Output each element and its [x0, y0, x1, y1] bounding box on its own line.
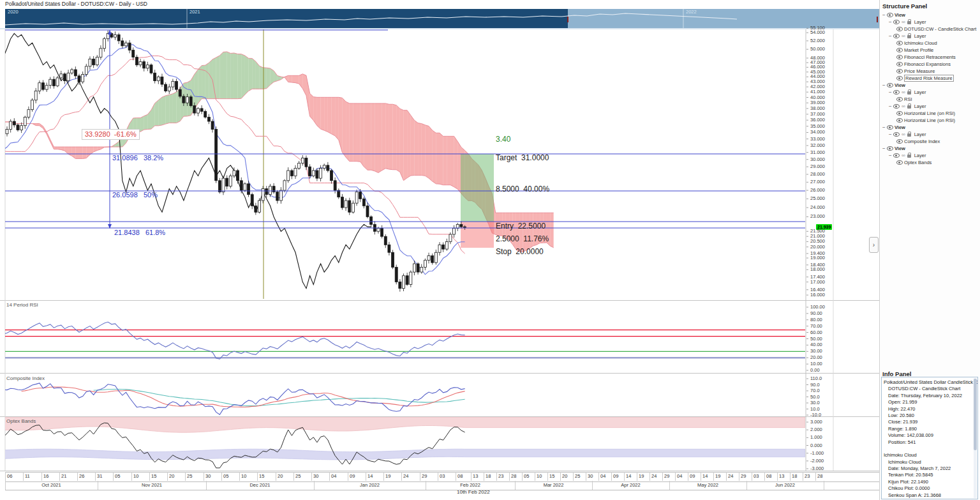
row-label: RSI — [904, 96, 912, 102]
structure-row-layer[interactable]: −∞Layer — [880, 19, 980, 26]
row-label: Ichimoku Cloud — [904, 40, 937, 46]
chart-canvas[interactable] — [0, 0, 879, 500]
visibility-eye-icon[interactable] — [896, 76, 903, 80]
visibility-eye-icon[interactable] — [896, 160, 903, 165]
structure-row-fibonacci-expansions[interactable]: Fibonacci Expansions — [880, 61, 980, 68]
visibility-eye-icon[interactable] — [896, 62, 903, 66]
row-label: Price Measure — [904, 68, 935, 74]
row-label: Layer — [914, 19, 926, 25]
structure-row-horizontal-line-on-rsi-[interactable]: Horizontal Line (on RSI) — [880, 110, 980, 117]
collapse-icon[interactable]: − — [889, 132, 893, 137]
visibility-eye-icon[interactable] — [896, 41, 903, 45]
visibility-eye-icon[interactable] — [893, 132, 900, 137]
collapse-icon[interactable]: − — [882, 82, 887, 88]
visibility-eye-icon[interactable] — [893, 34, 900, 38]
visibility-eye-icon[interactable] — [893, 104, 900, 109]
info-line — [882, 446, 977, 452]
visibility-eye-icon[interactable] — [896, 48, 903, 52]
structure-row-view[interactable]: −View — [880, 82, 980, 89]
visibility-eye-icon[interactable] — [887, 125, 893, 130]
structure-row-rsi[interactable]: RSI — [880, 96, 980, 103]
collapse-icon[interactable]: − — [882, 125, 887, 130]
visibility-eye-icon[interactable] — [896, 27, 903, 31]
row-label: Fibonacci Expansions — [904, 61, 951, 67]
lock-icon[interactable] — [907, 105, 911, 109]
info-line: Position: 541 — [882, 439, 977, 446]
info-panel-box: Polkadot/United States Dollar CandleStic… — [881, 377, 978, 499]
info-scrollbar-thumb[interactable] — [974, 379, 977, 450]
info-line: Date: Monday, March 7, 2022 — [882, 466, 977, 472]
structure-row-layer[interactable]: −∞Layer — [880, 33, 980, 40]
lock-icon[interactable] — [907, 91, 911, 95]
visibility-eye-icon[interactable] — [896, 69, 903, 73]
lock-icon[interactable] — [907, 133, 911, 137]
info-line: Date: Thursday, February 10, 2022 — [882, 393, 977, 399]
visibility-eye-icon[interactable] — [887, 13, 893, 17]
collapse-icon[interactable]: − — [882, 12, 887, 18]
structure-row-horizontal-line-on-rsi-[interactable]: Horizontal Line (on RSI) — [880, 117, 980, 124]
structure-row-view[interactable]: −View — [880, 124, 980, 131]
chevron-right-icon: › — [873, 241, 875, 248]
structure-row-optex-bands[interactable]: Optex Bands — [880, 159, 980, 166]
collapse-icon[interactable]: − — [889, 103, 893, 109]
visibility-eye-icon[interactable] — [893, 153, 900, 158]
panel-expander-button[interactable]: › — [869, 237, 879, 253]
row-label: View — [895, 146, 905, 151]
structure-row-view[interactable]: −View — [880, 11, 980, 19]
visibility-eye-icon[interactable] — [893, 20, 900, 24]
structure-row-price-measure[interactable]: Price Measure — [880, 68, 980, 75]
visibility-eye-icon[interactable] — [887, 83, 893, 87]
structure-row-composite-index[interactable]: Composite Index — [880, 138, 980, 145]
collapse-icon[interactable]: − — [889, 89, 893, 95]
visibility-eye-icon[interactable] — [896, 55, 903, 59]
link-icon[interactable]: ∞ — [902, 132, 905, 137]
collapse-icon[interactable]: − — [889, 19, 893, 25]
row-label: View — [895, 12, 905, 18]
navigator-handle-right[interactable] — [877, 17, 878, 22]
row-label: View — [895, 125, 905, 130]
info-line: Low: 20.580 — [882, 413, 977, 419]
lock-icon[interactable] — [907, 155, 911, 158]
visibility-eye-icon[interactable] — [896, 139, 903, 144]
visibility-eye-icon[interactable] — [896, 97, 903, 102]
structure-row-view[interactable]: −View — [880, 145, 980, 152]
link-icon[interactable]: ∞ — [902, 19, 905, 25]
structure-row-fibonacci-retracements[interactable]: Fibonacci Retracements — [880, 54, 980, 61]
row-label: Horizontal Line (on RSI) — [904, 110, 955, 116]
structure-row-reward-risk-measure[interactable]: Reward Risk Measure — [880, 75, 980, 82]
lock-icon[interactable] — [907, 35, 911, 38]
structure-row-layer[interactable]: −∞Layer — [880, 103, 980, 110]
row-label: Layer — [914, 153, 926, 158]
structure-row-layer[interactable]: −∞Layer — [880, 89, 980, 96]
risk-box[interactable] — [461, 222, 494, 248]
structure-row-ichimoku-cloud[interactable]: Ichimoku Cloud — [880, 40, 980, 47]
structure-row-layer[interactable]: −∞Layer — [880, 152, 980, 159]
link-icon[interactable]: ∞ — [902, 33, 905, 39]
collapse-icon[interactable]: − — [889, 33, 893, 39]
visibility-eye-icon[interactable] — [896, 111, 903, 116]
info-scrollbar[interactable] — [974, 378, 977, 498]
info-line: Volume: 142,038.009 — [882, 432, 977, 439]
reward-box[interactable] — [461, 154, 494, 222]
collapse-icon[interactable]: − — [889, 153, 893, 158]
info-line: Senkou Span A: 21.3668 — [882, 492, 977, 499]
info-line: Ichimoku Cloud — [882, 459, 977, 466]
row-label: Fibonacci Retracements — [904, 54, 956, 60]
info-line: Close: 21.939 — [882, 419, 977, 425]
structure-row-market-profile[interactable]: Market Profile — [880, 47, 980, 54]
structure-row-dotusd-cw-candlestick-chart[interactable]: DOTUSD:CW - CandleStick Chart — [880, 26, 980, 33]
visibility-eye-icon[interactable] — [896, 118, 903, 123]
navigator-handle-left[interactable] — [567, 17, 568, 22]
lock-icon[interactable] — [907, 21, 911, 24]
link-icon[interactable]: ∞ — [902, 89, 905, 95]
link-icon[interactable]: ∞ — [902, 103, 905, 109]
collapse-icon[interactable]: − — [882, 146, 887, 151]
optuma-window: Polkadot/United States Dollar - DOTUSD:C… — [0, 0, 980, 500]
info-line: Kijun Plot: 22.1490 — [882, 479, 977, 485]
visibility-eye-icon[interactable] — [893, 90, 900, 95]
row-label: Reward Risk Measure — [904, 75, 954, 82]
visibility-eye-icon[interactable] — [887, 146, 893, 151]
info-line: Tenkan Plot: 20.5845 — [882, 472, 977, 478]
structure-row-layer[interactable]: −∞Layer — [880, 131, 980, 138]
link-icon[interactable]: ∞ — [902, 153, 905, 158]
